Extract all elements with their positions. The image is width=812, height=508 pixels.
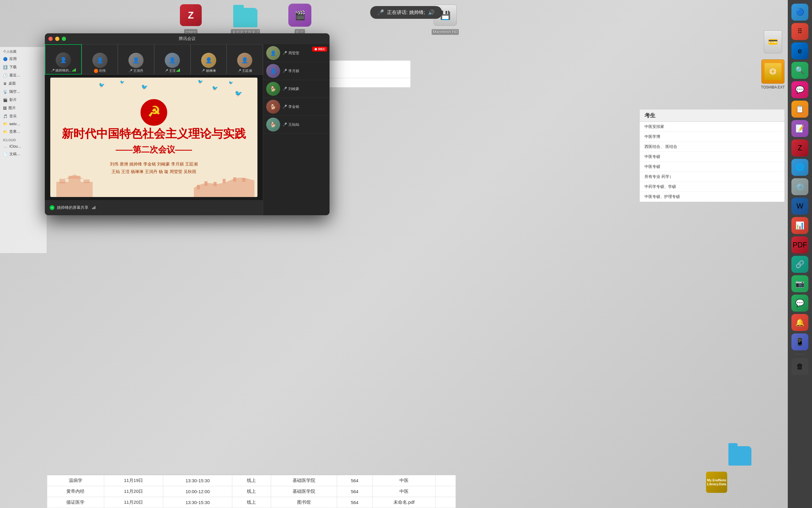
- dock-word[interactable]: W: [792, 198, 808, 215]
- dock-wechat[interactable]: 💬: [792, 295, 808, 311]
- right-desktop-icons: 💳 📀 TOSHIBA EXT: [761, 30, 785, 89]
- candidate-table-title: 考生: [640, 110, 784, 122]
- sidebar-item-airdrop[interactable]: 📡 隔空…: [0, 88, 47, 96]
- cell-course-3: 循证医学: [47, 497, 104, 508]
- candidate-table: 考生 中医安排家 中医学博 西医结合、 医结合 中医专硕 中医专硕 所有专业 药…: [639, 109, 785, 202]
- weiv-icon: 📁: [3, 122, 8, 126]
- dock-pdf[interactable]: PDF: [792, 237, 808, 253]
- bird-decoration-5: 🐦: [212, 85, 218, 91]
- dock-app10[interactable]: ⚙️: [792, 178, 808, 195]
- sidebar-item-recent[interactable]: 🕐 最近…: [0, 71, 47, 79]
- participant-wangruandan[interactable]: 👤 🎤 王润丹: [118, 44, 154, 75]
- schedule-table-area: 温病学 11月19日 13:30-15:30 线上 基础医学院 564 中医 黄…: [47, 474, 456, 508]
- right-name-wangcanzan: 🎤 王灿灿: [283, 122, 299, 127]
- meeting-window: 腾讯会议 👤 🎤 姚帅锋的...: [45, 33, 330, 215]
- participant-wangtingxiang[interactable]: 👤 🎤 王廷湘: [227, 44, 263, 75]
- dock-launchpad[interactable]: ⠿: [792, 23, 808, 40]
- downloads-icon: ⬇️: [3, 65, 8, 70]
- cell-id-3: 564: [337, 497, 372, 508]
- minimize-button[interactable]: [55, 37, 59, 41]
- dock-app7[interactable]: 📝: [792, 120, 808, 137]
- cell-course-2: 黄帝内经: [47, 486, 104, 497]
- sidebar-item-apps[interactable]: 🔵 应用: [0, 55, 47, 63]
- desktop-icon-sdcard[interactable]: 💳: [764, 30, 782, 53]
- dock-app9[interactable]: 🌐: [792, 159, 808, 176]
- sidebar-item-music[interactable]: 🎵 音乐: [0, 112, 47, 120]
- cell-id-2: 564: [337, 486, 372, 497]
- right-avatar-lijinming: 🐕: [266, 100, 280, 114]
- bottom-right-folder[interactable]: [728, 446, 752, 466]
- dock-finder[interactable]: 🔵: [792, 4, 808, 20]
- right-name-lijinming: 🎤 李金铭: [283, 104, 299, 110]
- desktop: 🎤 正在讲话: 姚帅锋; 🔊 Z zotero 未命名文件夹 2 🎬: [0, 0, 812, 508]
- participant-liuwei[interactable]: 👤 ! 刘伟: [82, 44, 118, 75]
- nuts-label: 坚果…: [9, 129, 20, 134]
- sidebar-item-docs[interactable]: 📄 文稿…: [0, 150, 47, 158]
- sidebar-item-nuts[interactable]: 📁 坚果…: [0, 128, 47, 136]
- apps-icon: 🔵: [3, 57, 8, 61]
- bottom-folder-icon: [728, 446, 752, 466]
- dock-app18[interactable]: 📱: [792, 333, 808, 350]
- rec-badge: ⏺ REC: [312, 47, 327, 51]
- dock-facetime[interactable]: 📷: [792, 275, 808, 292]
- sharing-label: 姚帅锋的屏幕共享: [57, 205, 88, 210]
- candidate-row-4: 中医专硕: [640, 152, 784, 162]
- desktop-icon-movies[interactable]: 🎬 影片: [285, 3, 315, 36]
- docs-icon: 📄: [3, 152, 8, 157]
- participant-avatar-3: 👤: [165, 53, 180, 68]
- icloud-label: iClou…: [9, 144, 21, 149]
- svg-rect-5: [84, 179, 90, 183]
- sidebar-item-icloud[interactable]: ☁️ iClou…: [0, 143, 47, 150]
- dock-app17[interactable]: 🔔: [792, 314, 808, 331]
- candidate-col1-1: 中医安排家: [644, 124, 699, 129]
- maximize-button[interactable]: [62, 37, 66, 41]
- sidebar-item-weiv[interactable]: 📁 weiv…: [0, 120, 47, 128]
- right-participant-lijinming[interactable]: 🐕 🎤 李金铭: [263, 98, 330, 116]
- right-participant-liujunhao[interactable]: 🐕 🎤 刘峻豪: [263, 80, 330, 98]
- sidebar-item-movies[interactable]: 🎬 影片: [0, 96, 47, 104]
- participant-wangying[interactable]: 👤 🎤 王滢: [154, 44, 191, 75]
- sidebar-item-downloads[interactable]: ⬇️ 下载: [0, 63, 47, 71]
- dock-zotero[interactable]: Z: [792, 139, 808, 157]
- desktop-icon-unnamed-folder[interactable]: 未命名文件夹 2: [230, 3, 260, 36]
- participant-avatar-4: 👤: [201, 53, 216, 68]
- meeting-right-panel: ⏺ REC 👤 🎤 周莹莹 👤 🎤 李月丽: [263, 44, 330, 215]
- schedule-table: 温病学 11月19日 13:30-15:30 线上 基础医学院 564 中医 黄…: [47, 475, 456, 508]
- sidebar-item-photos[interactable]: 🖼 图片: [0, 104, 47, 112]
- bird-decoration-1: 🐦: [99, 82, 105, 88]
- endnote-library-icon[interactable]: My EndNoteLibrary.Data: [706, 472, 727, 493]
- signal-icon-0: [73, 69, 76, 72]
- dock-edge[interactable]: e: [792, 42, 808, 59]
- table-row-huangdi: 黄帝内经 11月20日 10:00-12:00 线上 基础医学院 564 中医: [47, 486, 456, 497]
- dock-trash[interactable]: 🗑: [792, 358, 808, 375]
- bird-decoration-2: 🐦: [120, 80, 125, 84]
- dock-app5[interactable]: 💬: [792, 81, 808, 98]
- participant-yaoshuaifeng[interactable]: 👤 🎤 姚帅锋的...: [45, 44, 82, 75]
- party-emblem: ☭: [140, 99, 168, 126]
- presentation-slide: 🐦 🐦 🐦 🐦 🐦 🐦 🐦 ☭ 新时代中国特色社会主义理论与实践: [50, 78, 257, 197]
- dock-app14[interactable]: 🔗: [792, 256, 808, 273]
- svg-rect-2: [56, 182, 93, 197]
- dock-app6[interactable]: 📋: [792, 101, 808, 118]
- svg-rect-9: [223, 179, 226, 183]
- cell-extra-2: [435, 486, 456, 497]
- downloads-label: 下载: [9, 65, 17, 70]
- desktop-icon-toshiba[interactable]: 📀 TOSHIBA EXT: [761, 59, 785, 89]
- participant-yanglinlin[interactable]: 👤 🎤 杨琳琳: [191, 44, 227, 75]
- candidate-col1-7: 中药学专硕、学硕: [644, 184, 699, 189]
- photos-icon: 🖼: [3, 106, 7, 110]
- dock-app4[interactable]: 🔍: [792, 62, 808, 79]
- desktop-icon-zotero[interactable]: Z zotero: [176, 3, 206, 35]
- cell-extra-3: [435, 497, 456, 508]
- dock-app12[interactable]: 📊: [792, 217, 808, 234]
- cell-location-3: 图书馆: [271, 497, 337, 508]
- close-button[interactable]: [48, 37, 53, 41]
- participant-name-5: 🎤 王廷湘: [237, 69, 252, 73]
- sidebar-item-desktop[interactable]: 🖥 桌面: [0, 79, 47, 88]
- svg-rect-8: [213, 182, 217, 186]
- svg-rect-6: [197, 185, 200, 189]
- right-name-zhougying: 🎤 周莹莹: [283, 51, 299, 56]
- participant-avatar-2: 👤: [129, 53, 144, 68]
- right-participant-wangcanzan[interactable]: 🐕 🎤 王灿灿: [263, 116, 330, 134]
- right-participant-liyueli[interactable]: 👤 🎤 李月丽: [263, 62, 330, 80]
